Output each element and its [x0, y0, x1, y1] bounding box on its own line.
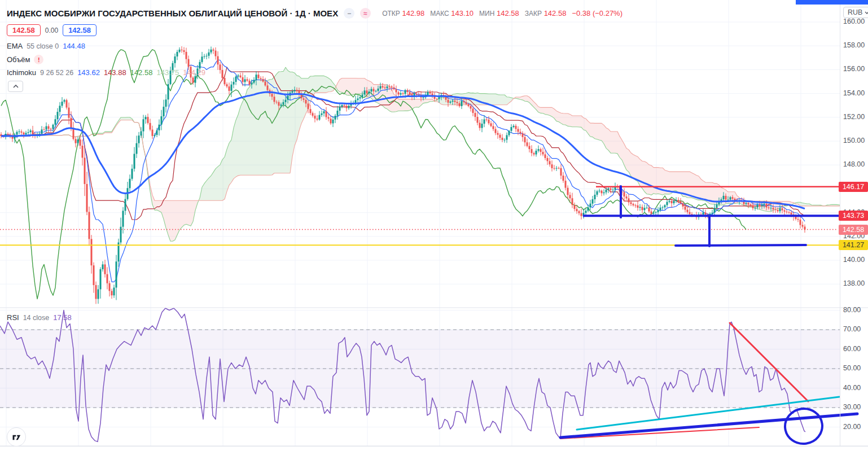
sell-price-button[interactable]: 142.58: [7, 24, 41, 36]
price-label: 146.17: [839, 182, 868, 192]
ichimoku-params: 9 26 52 26: [40, 69, 73, 77]
minus-badge-icon[interactable]: −: [344, 8, 354, 19]
price-tick: 150.00: [843, 137, 865, 145]
symbol-title[interactable]: ИНДЕКС МОСБИРЖИ ГОСУДАРСТВЕННЫХ ОБЛИГАЦИ…: [7, 8, 338, 18]
ichimoku-value: 143.88: [104, 68, 126, 77]
rsi-tick: 50.00: [843, 364, 861, 372]
order-price-boxes: 142.58 0.00 142.58: [7, 24, 97, 36]
price-tick: 148.00: [843, 160, 865, 168]
ichimoku-value: 144.29: [183, 68, 205, 77]
ichimoku-legend[interactable]: Ichimoku 9 26 52 26 143.62143.88142.5814…: [7, 68, 209, 77]
rsi-params: 14 close: [23, 314, 50, 322]
change-value: −0.38 (−0.27%): [572, 9, 622, 18]
ohlc-item: ОТКР 142.98: [382, 9, 424, 18]
ichimoku-values: 143.62143.88142.58143.75144.29: [77, 68, 209, 77]
chevron-up-icon: [13, 85, 19, 88]
rsi-name: RSI: [7, 313, 19, 322]
rsi-value: 17.58: [53, 313, 72, 322]
time-axis[interactable]: [0, 446, 868, 455]
ema-params: 55 close 0: [27, 42, 59, 50]
volume-name: Объём: [7, 55, 30, 64]
rsi-circle[interactable]: [783, 406, 825, 447]
rsi-tick: 70.00: [843, 325, 861, 333]
trading-chart-app: ИНДЕКС МОСБИРЖИ ГОСУДАРСТВЕННЫХ ОБЛИГАЦИ…: [0, 0, 868, 455]
chevron-down-icon: [865, 11, 868, 14]
wave-badge-icon[interactable]: ≈: [360, 8, 371, 19]
volume-legend[interactable]: Объём !: [7, 55, 43, 64]
price-tick: 152.00: [843, 113, 865, 121]
price-tick: 154.00: [843, 89, 865, 97]
rsi-tick: 30.00: [843, 403, 861, 411]
symbol-header: ИНДЕКС МОСБИРЖИ ГОСУДАРСТВЕННЫХ ОБЛИГАЦИ…: [7, 8, 622, 19]
ema-name: EMA: [7, 42, 23, 50]
ema-legend[interactable]: EMA 55 close 0 144.48: [7, 42, 85, 50]
price-tick: 138.00: [843, 279, 865, 287]
ohlc-values: ОТКР 142.98МАКС 143.10МИН 142.58ЗАКР 142…: [382, 9, 622, 18]
rsi-tick: 20.00: [843, 423, 861, 431]
rsi-tick: 40.00: [843, 384, 861, 392]
currency-label: RUB: [848, 8, 862, 16]
spread-value: 0.00: [45, 27, 58, 34]
price-tick: 140.00: [843, 256, 865, 264]
volume-error-icon[interactable]: !: [34, 55, 43, 64]
collapse-legend-button[interactable]: [8, 81, 23, 92]
price-label: 143.73: [839, 211, 868, 221]
buy-price-button[interactable]: 142.58: [63, 24, 97, 36]
low-shelf-line[interactable]: [676, 245, 806, 246]
price-tick: 156.00: [843, 65, 865, 73]
ichimoku-value: 143.75: [156, 68, 179, 77]
ohlc-item: МАКС 143.10: [430, 9, 474, 18]
tradingview-logo[interactable]: [7, 427, 26, 447]
price-tick: 160.00: [843, 18, 865, 25]
price-tick: 158.00: [843, 41, 865, 49]
ichimoku-name: Ichimoku: [7, 68, 36, 77]
price-label: 142.58: [839, 225, 868, 235]
price-label: 141.27: [839, 240, 868, 250]
rsi-tick: 60.00: [843, 345, 861, 353]
ema-value: 144.48: [63, 42, 85, 50]
ichimoku-value: 143.62: [77, 68, 100, 77]
rsi-legend[interactable]: RSI 14 close 17.58: [7, 313, 72, 322]
currency-dropdown[interactable]: RUB: [843, 7, 868, 18]
ohlc-item: МИН 142.58: [479, 9, 519, 18]
tradingview-logo-icon: [10, 431, 23, 443]
ichimoku-value: 142.58: [130, 68, 153, 77]
rsi-tick: 80.00: [843, 306, 861, 314]
ohlc-item: ЗАКР 142.58: [525, 9, 567, 18]
top-blue-bar: [796, 0, 868, 5]
